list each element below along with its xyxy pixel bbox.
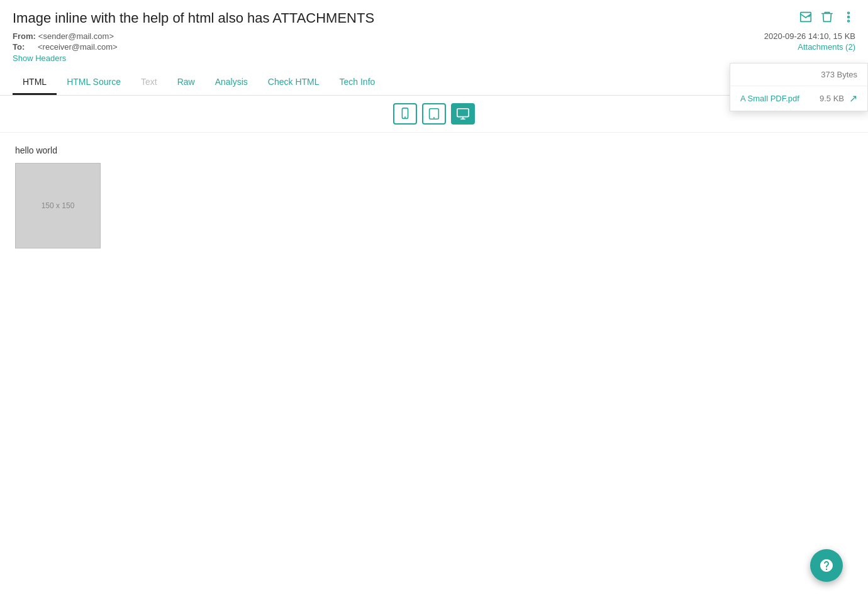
desktop-view-button[interactable]: [451, 103, 475, 125]
attachment-name-2[interactable]: A Small PDF.pdf: [740, 94, 799, 103]
from-value: <sender@mail.com>: [38, 31, 114, 41]
email-body-text: hello world: [15, 145, 853, 155]
image-dimensions: 150 x 150: [42, 201, 75, 210]
attachment-item-2: A Small PDF.pdf 9.5 KB ↗: [730, 86, 867, 111]
to-row: To: <receiver@mail.com>: [13, 42, 764, 52]
attachment-item-1: 373 Bytes: [730, 64, 867, 86]
header-actions: [799, 10, 855, 24]
email-title: Image inline with the help of html also …: [13, 10, 374, 26]
tab-text[interactable]: Text: [131, 70, 167, 95]
tab-raw[interactable]: Raw: [167, 70, 205, 95]
help-fab-button[interactable]: [810, 549, 843, 582]
show-headers-link[interactable]: Show Headers: [13, 53, 66, 63]
tablet-view-button[interactable]: [422, 103, 446, 125]
svg-point-2: [848, 20, 850, 22]
inline-image-placeholder: 150 x 150: [15, 163, 101, 248]
from-row: From: <sender@mail.com>: [13, 31, 764, 41]
mobile-view-button[interactable]: [393, 103, 417, 125]
external-link-icon[interactable]: ↗: [849, 92, 857, 104]
to-label: To:: [13, 42, 35, 52]
email-date: 2020-09-26 14:10, 15 KB: [764, 31, 855, 41]
meta-right: 2020-09-26 14:10, 15 KB Attachments (2): [764, 31, 855, 52]
svg-point-0: [848, 12, 850, 14]
from-label: From:: [13, 31, 36, 41]
tab-html-source[interactable]: HTML Source: [57, 70, 131, 95]
tab-tech-info[interactable]: Tech Info: [330, 70, 386, 95]
email-title-row: Image inline with the help of html also …: [13, 10, 855, 26]
more-options-icon[interactable]: [842, 10, 855, 24]
svg-point-1: [848, 16, 850, 18]
reply-icon[interactable]: [799, 10, 813, 24]
attachments-dropdown: 373 Bytes A Small PDF.pdf 9.5 KB ↗: [730, 63, 868, 111]
svg-rect-7: [457, 109, 469, 117]
meta-left: From: <sender@mail.com> To: <receiver@ma…: [13, 31, 764, 68]
email-body: hello world 150 x 150: [0, 133, 868, 510]
delete-icon[interactable]: [820, 10, 834, 24]
tabs-row: HTML HTML Source Text Raw Analysis Check…: [13, 70, 855, 95]
to-value: <receiver@mail.com>: [38, 42, 118, 52]
email-container: Image inline with the help of html also …: [0, 0, 868, 607]
tab-check-html[interactable]: Check HTML: [258, 70, 330, 95]
tab-html[interactable]: HTML: [13, 70, 57, 95]
attachments-link[interactable]: Attachments (2): [798, 42, 855, 52]
tab-analysis[interactable]: Analysis: [205, 70, 258, 95]
attachment-size-2: 9.5 KB: [820, 94, 844, 103]
attachment-size-1: 373 Bytes: [821, 70, 857, 79]
meta-top-row: From: <sender@mail.com> To: <receiver@ma…: [13, 31, 855, 68]
